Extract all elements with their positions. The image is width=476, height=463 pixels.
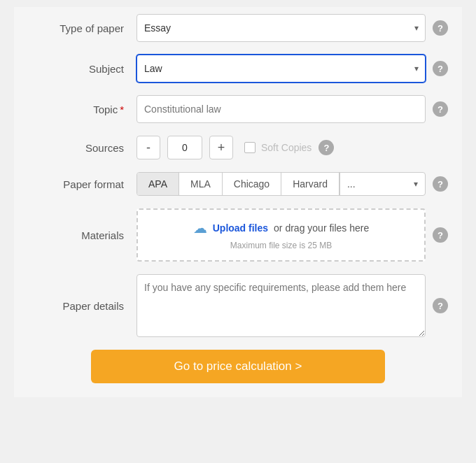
format-tab-harvard[interactable]: Harvard <box>281 173 340 195</box>
format-more-dropdown[interactable]: ... ▾ <box>340 173 425 195</box>
topic-help-icon[interactable]: ? <box>433 101 448 117</box>
paper-format-label: Paper format <box>28 178 136 190</box>
topic-row: Topic* ? <box>28 95 448 123</box>
required-star: * <box>120 104 124 115</box>
sources-controls: - 0 + Soft Copies <box>136 136 312 159</box>
type-of-paper-label: Type of paper <box>28 22 136 34</box>
paper-details-label: Paper details <box>28 300 136 312</box>
submit-row: Go to price calculation > <box>28 350 448 383</box>
paper-format-row: Paper format APA MLA Chicago Harvard ...… <box>28 172 448 196</box>
upload-note: Maximum file size is 25 MB <box>230 241 332 250</box>
paper-format-help-icon[interactable]: ? <box>433 176 448 192</box>
paper-details-row: Paper details ? <box>28 274 448 337</box>
subject-row: Subject Law History Science Mathematics … <box>28 55 448 83</box>
sources-help-icon[interactable]: ? <box>318 140 334 155</box>
materials-inner: Materials ☁ Upload files or drag your fi… <box>28 208 448 262</box>
topic-label: Topic* <box>28 104 136 115</box>
materials-row: Materials ☁ Upload files or drag your fi… <box>28 208 448 262</box>
format-tab-apa[interactable]: APA <box>137 173 179 195</box>
upload-area[interactable]: ☁ Upload files or drag your files here M… <box>136 208 426 262</box>
soft-copies-checkbox[interactable] <box>244 142 255 153</box>
paper-details-help-icon[interactable]: ? <box>433 298 448 313</box>
subject-select-wrapper[interactable]: Law History Science Mathematics English … <box>136 55 426 83</box>
sources-value: 0 <box>167 136 202 159</box>
order-form: Type of paper Essay Research Paper Term … <box>14 7 462 397</box>
upload-cloud-icon: ☁ <box>193 220 207 236</box>
materials-help-icon[interactable]: ? <box>433 227 448 243</box>
type-of-paper-select-wrapper[interactable]: Essay Research Paper Term Paper Disserta… <box>136 14 426 42</box>
sources-row: Sources - 0 + Soft Copies ? <box>28 136 448 159</box>
topic-input[interactable] <box>136 95 426 123</box>
submit-button[interactable]: Go to price calculation > <box>91 350 385 383</box>
format-tab-mla[interactable]: MLA <box>179 173 223 195</box>
type-of-paper-help-icon[interactable]: ? <box>433 20 448 36</box>
upload-row: ☁ Upload files or drag your files here <box>193 220 370 236</box>
chevron-down-icon: ▾ <box>414 179 418 189</box>
type-of-paper-row: Type of paper Essay Research Paper Term … <box>28 14 448 42</box>
upload-link[interactable]: Upload files <box>213 222 268 234</box>
subject-select[interactable]: Law History Science Mathematics English … <box>136 55 426 83</box>
format-tab-chicago[interactable]: Chicago <box>223 173 281 195</box>
paper-details-textarea[interactable] <box>136 274 426 337</box>
soft-copies-label: Soft Copies <box>261 142 312 153</box>
sources-minus-button[interactable]: - <box>136 136 160 159</box>
type-of-paper-select[interactable]: Essay Research Paper Term Paper Disserta… <box>136 14 426 42</box>
subject-help-icon[interactable]: ? <box>433 61 448 76</box>
format-more-text: ... <box>347 178 356 190</box>
sources-label: Sources <box>28 142 136 154</box>
upload-text: or drag your files here <box>274 222 369 234</box>
materials-label: Materials <box>28 229 136 241</box>
subject-label: Subject <box>28 63 136 75</box>
paper-format-tabs: APA MLA Chicago Harvard ... ▾ <box>136 172 426 196</box>
soft-copies-wrapper: Soft Copies <box>244 142 312 153</box>
sources-plus-button[interactable]: + <box>209 136 233 159</box>
